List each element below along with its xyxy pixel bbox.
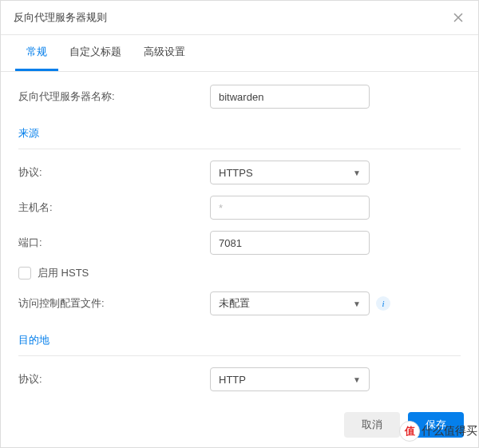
- caret-down-icon: ▼: [353, 299, 361, 308]
- row-dest-protocol: 协议: HTTP ▼: [18, 367, 461, 391]
- dest-protocol-value: HTTP: [219, 374, 246, 386]
- source-heading: 来源: [18, 120, 461, 149]
- dialog-footer: 取消 保存: [1, 402, 478, 447]
- row-access-profile: 访问控制配置文件: 未配置 ▼ i: [18, 291, 461, 315]
- dest-heading: 目的地: [18, 327, 461, 356]
- info-icon[interactable]: i: [376, 296, 390, 311]
- access-profile-value: 未配置: [219, 296, 250, 311]
- reverse-proxy-dialog: 反向代理服务器规则 常规 自定义标题 高级设置 反向代理服务器名称: 来源 协议…: [0, 0, 479, 448]
- row-source-port: 端口:: [18, 231, 461, 255]
- source-protocol-label: 协议:: [18, 165, 210, 180]
- source-host-input[interactable]: [210, 196, 370, 220]
- caret-down-icon: ▼: [353, 168, 361, 177]
- cancel-button[interactable]: 取消: [344, 412, 400, 438]
- title-bar: 反向代理服务器规则: [1, 1, 478, 35]
- access-profile-select[interactable]: 未配置 ▼: [210, 291, 370, 315]
- tab-bar: 常规 自定义标题 高级设置: [1, 35, 478, 72]
- caret-down-icon: ▼: [353, 375, 361, 384]
- dest-protocol-label: 协议:: [18, 372, 210, 387]
- source-protocol-select[interactable]: HTTPS ▼: [210, 161, 370, 184]
- access-label: 访问控制配置文件:: [18, 296, 210, 311]
- row-name: 反向代理服务器名称:: [18, 85, 461, 109]
- hsts-label: 启用 HSTS: [38, 266, 89, 280]
- row-source-host: 主机名:: [18, 196, 461, 220]
- source-port-input[interactable]: [210, 231, 370, 255]
- name-label: 反向代理服务器名称:: [18, 89, 210, 104]
- tab-custom-header[interactable]: 自定义标题: [58, 35, 133, 71]
- source-protocol-value: HTTPS: [219, 167, 253, 179]
- row-source-protocol: 协议: HTTPS ▼: [18, 161, 461, 184]
- tab-advanced[interactable]: 高级设置: [133, 35, 196, 71]
- tab-general[interactable]: 常规: [15, 35, 58, 71]
- row-hsts: 启用 HSTS: [18, 266, 461, 280]
- hsts-checkbox[interactable]: [18, 267, 31, 280]
- close-icon[interactable]: [451, 10, 465, 25]
- save-button[interactable]: 保存: [408, 412, 464, 438]
- source-host-label: 主机名:: [18, 200, 210, 215]
- name-input[interactable]: [210, 85, 370, 109]
- dialog-title: 反向代理服务器规则: [14, 10, 107, 25]
- dest-protocol-select[interactable]: HTTP ▼: [210, 367, 370, 391]
- form-content: 反向代理服务器名称: 来源 协议: HTTPS ▼ 主机名: 端口:: [1, 72, 478, 402]
- source-port-label: 端口:: [18, 236, 210, 250]
